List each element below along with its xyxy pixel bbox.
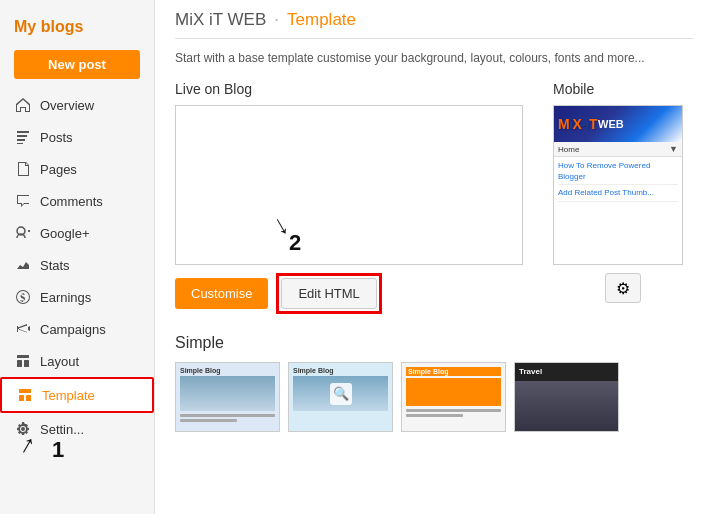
simple-section: Simple Simple Blog Simple Blog (175, 334, 693, 432)
mobile-gear-area: ⚙ (553, 273, 693, 303)
gear-icon: ⚙ (616, 279, 630, 298)
sidebar-item-earnings-label: Earnings (40, 290, 91, 305)
sidebar-item-comments[interactable]: Comments (0, 185, 154, 217)
pages-icon (14, 160, 32, 178)
thumb-1-line1 (180, 414, 275, 417)
sidebar-item-stats[interactable]: Stats (0, 249, 154, 281)
settings-icon (14, 420, 32, 438)
sidebar-item-earnings[interactable]: Earnings (0, 281, 154, 313)
svg-rect-3 (17, 143, 23, 144)
thumb-3-line2 (406, 414, 463, 417)
template-thumbnails: Simple Blog Simple Blog 🔍 (175, 362, 693, 432)
preview-section: Live on Blog ↓ 2 Customise Edit HTML Mob… (175, 81, 693, 314)
simple-label: Simple (175, 334, 693, 352)
template-thumb-3[interactable]: Simple Blog (401, 362, 506, 432)
mobile-logo: MiX-iT (558, 116, 597, 132)
svg-rect-2 (17, 139, 25, 141)
mobile-nav-home: Home (558, 145, 579, 154)
sidebar-item-comments-label: Comments (40, 194, 103, 209)
annotation-number-2: 2 (289, 230, 301, 256)
sidebar-item-overview-label: Overview (40, 98, 94, 113)
mobile-preview: Mobile MiX-iT WEB Home ▼ How To Remove P… (553, 81, 693, 314)
sidebar-item-campaigns-label: Campaigns (40, 322, 106, 337)
main-content: MiX iT WEB · Template Start with a base … (155, 0, 713, 514)
mobile-content: How To Remove Powered Blogger Add Relate… (554, 157, 682, 207)
edit-html-wrapper: Edit HTML (276, 273, 381, 314)
main-header: MiX iT WEB · Template (175, 0, 693, 39)
sidebar-item-stats-label: Stats (40, 258, 70, 273)
header-separator: · (274, 10, 279, 30)
thumb-3-title: Simple Blog (406, 367, 501, 376)
mobile-nav: Home ▼ (554, 142, 682, 157)
thumb-1-line2 (180, 419, 237, 422)
sidebar-item-template-label: Template (42, 388, 95, 403)
sidebar-item-campaigns[interactable]: Campaigns (0, 313, 154, 345)
page-description: Start with a base template customise you… (175, 49, 693, 67)
thumb-4-title: Travel (519, 367, 542, 376)
template-thumb-1[interactable]: Simple Blog (175, 362, 280, 432)
template-thumb-4[interactable]: Travel (514, 362, 619, 432)
page-title: Template (287, 10, 356, 30)
sidebar-item-template[interactable]: Template ↑ 1 (0, 377, 154, 413)
mobile-web-text: WEB (598, 118, 624, 130)
thumb-4-image (515, 381, 618, 431)
template-thumb-2[interactable]: Simple Blog 🔍 (288, 362, 393, 432)
svg-rect-0 (17, 131, 29, 133)
sidebar-item-posts[interactable]: Posts (0, 121, 154, 153)
home-icon (14, 96, 32, 114)
sidebar-item-overview[interactable]: Overview (0, 89, 154, 121)
thumb-1-image (180, 376, 275, 411)
sidebar-item-googleplus[interactable]: Google+ (0, 217, 154, 249)
mobile-gear-button[interactable]: ⚙ (605, 273, 641, 303)
blog-name: MiX iT WEB (175, 10, 266, 30)
live-preview: Live on Blog ↓ 2 Customise Edit HTML (175, 81, 523, 314)
stats-icon (14, 256, 32, 274)
earnings-icon (14, 288, 32, 306)
googleplus-icon (14, 224, 32, 242)
svg-rect-1 (17, 135, 27, 137)
layout-icon (14, 352, 32, 370)
sidebar-item-googleplus-label: Google+ (40, 226, 90, 241)
customise-button[interactable]: Customise (175, 278, 268, 309)
svg-rect-10 (26, 395, 31, 401)
search-icon: 🔍 (333, 386, 349, 401)
svg-rect-7 (24, 360, 29, 367)
thumb-2-image: 🔍 (293, 376, 388, 411)
svg-rect-6 (17, 360, 22, 367)
template-icon (16, 386, 34, 404)
thumb-1-title: Simple Blog (180, 367, 275, 374)
live-actions: Customise Edit HTML (175, 273, 523, 314)
sidebar-item-settings-label: Settin... (40, 422, 84, 437)
mobile-label: Mobile (553, 81, 693, 97)
sidebar-item-pages-label: Pages (40, 162, 77, 177)
svg-rect-8 (19, 389, 31, 393)
posts-icon (14, 128, 32, 146)
new-post-button[interactable]: New post (14, 50, 140, 79)
mobile-header: MiX-iT WEB (554, 106, 682, 142)
sidebar-item-settings[interactable]: Settin... (0, 413, 154, 445)
sidebar-item-posts-label: Posts (40, 130, 73, 145)
sidebar-title: My blogs (0, 10, 154, 50)
sidebar-item-layout[interactable]: Layout (0, 345, 154, 377)
mobile-preview-box: MiX-iT WEB Home ▼ How To Remove Powered … (553, 105, 683, 265)
sidebar-item-pages[interactable]: Pages (0, 153, 154, 185)
comments-icon (14, 192, 32, 210)
campaigns-icon (14, 320, 32, 338)
svg-rect-5 (17, 355, 29, 358)
sidebar: My blogs New post Overview Posts Pages C… (0, 0, 155, 514)
thumb-2-title: Simple Blog (293, 367, 388, 374)
mobile-link-1: How To Remove Powered Blogger (558, 160, 678, 185)
live-label: Live on Blog (175, 81, 523, 97)
thumb-3-line1 (406, 409, 501, 412)
sidebar-item-layout-label: Layout (40, 354, 79, 369)
svg-rect-9 (19, 395, 24, 401)
edit-html-button[interactable]: Edit HTML (281, 278, 376, 309)
mobile-nav-dropdown: ▼ (669, 144, 678, 154)
thumb-3-header (406, 378, 501, 406)
mobile-link-2: Add Related Post Thumb... (558, 187, 678, 201)
search-overlay: 🔍 (330, 383, 352, 405)
live-preview-box: ↓ 2 (175, 105, 523, 265)
